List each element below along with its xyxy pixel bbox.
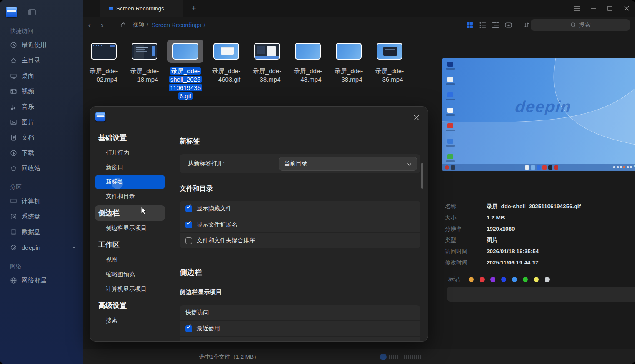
file-thumbnail xyxy=(86,40,122,63)
settings-nav-item[interactable]: 计算机显示项目 xyxy=(95,282,165,296)
sidebar-item-data-disk[interactable]: 数据盘 xyxy=(0,224,83,240)
breadcrumb-current[interactable]: Screen Recordings xyxy=(152,22,201,28)
desktop-icon xyxy=(448,108,453,113)
sidebar-item-clock[interactable]: 最近使用 xyxy=(0,37,83,53)
sidebar-item-label: 回收站 xyxy=(22,165,40,172)
detail-row: 分辨率1920x1080 xyxy=(445,223,631,234)
sidebar-item-computer[interactable]: 计算机 xyxy=(0,194,83,209)
tag-text-input[interactable] xyxy=(447,287,635,302)
file-thumbnail xyxy=(249,40,285,63)
checkbox-label: 显示隐藏文件 xyxy=(197,205,232,212)
sidebar-group-label: 快捷访问 xyxy=(0,20,83,37)
checkbox-label: 文件和文件夹混合排序 xyxy=(197,237,255,244)
checkbox-checked[interactable] xyxy=(185,325,192,332)
sidebar-item-label: 下载 xyxy=(22,149,34,157)
checkbox-unchecked[interactable] xyxy=(185,237,192,244)
file-thumbnail xyxy=(127,40,162,63)
sidebar-toggle-icon[interactable] xyxy=(28,9,36,15)
tab-app-icon xyxy=(109,7,113,10)
system-disk-icon xyxy=(10,213,17,220)
settings-nav-header[interactable]: 基础设置 xyxy=(95,130,165,145)
open-from-dropdown[interactable]: 当前目录 xyxy=(279,157,417,171)
eject-icon[interactable] xyxy=(71,245,77,250)
checkbox-row[interactable]: 文件和文件夹混合排序 xyxy=(180,232,420,248)
sidebar-item-label: 网络邻居 xyxy=(22,277,47,284)
tag-color-dot[interactable] xyxy=(534,277,539,282)
sidebar-item-document[interactable]: 文档 xyxy=(0,130,83,145)
file-item[interactable]: 录屏_dde-···4603.gif xyxy=(207,33,245,100)
sidebar-group-label: 分区 xyxy=(0,176,83,194)
settings-nav-item[interactable]: 缩略图预览 xyxy=(95,267,165,282)
tag-color-dot[interactable] xyxy=(501,277,506,282)
file-thumbnail xyxy=(208,40,244,63)
forward-button[interactable]: › xyxy=(96,21,108,30)
preview-panel: deepin 19:43▪▪▪▪▪ 名称录屏_dde-shell_2025110… xyxy=(428,0,635,349)
file-item-selected[interactable]: 录屏_dde-shell_20251106194356.gif xyxy=(166,33,205,100)
section-title-new-tab: 新标签 xyxy=(180,137,420,146)
settings-nav-header[interactable]: 侧边栏 xyxy=(95,205,165,221)
sidebar-item-disc[interactable]: deepin xyxy=(0,240,83,255)
sidebar-item-label: 桌面 xyxy=(22,72,34,80)
sidebar-item-music[interactable]: 音乐 xyxy=(0,99,83,115)
checkbox-checked[interactable] xyxy=(185,222,192,228)
file-item[interactable]: 录屏_dde-···48.mp4 xyxy=(289,33,327,100)
tag-color-dot[interactable] xyxy=(545,277,550,282)
settings-content: 新标签 从新标签打开: 当前目录 文件和目录 显示隐藏文件显示文件扩展名文件和文… xyxy=(180,128,420,341)
tag-color-dot[interactable] xyxy=(469,277,474,282)
sidebar-item-desktop[interactable]: 桌面 xyxy=(0,68,83,84)
taskbar-icon xyxy=(531,165,535,170)
detail-row: 修改时间2025/11/06 19:44:17 xyxy=(445,257,631,268)
sidebar-item-network[interactable]: 网络邻居 xyxy=(0,273,83,288)
section-subtitle-sidebar-items: 侧边栏显示项目 xyxy=(180,288,420,296)
file-name: 录屏_dde-···48.mp4 xyxy=(294,67,322,84)
checkbox-row[interactable]: 显示文件扩展名 xyxy=(180,217,420,232)
dialog-close-icon[interactable] xyxy=(412,113,420,122)
new-tab-button[interactable]: + xyxy=(188,3,199,14)
sidebar-item-download[interactable]: 下载 xyxy=(0,145,83,161)
check-group-label: 快捷访问 xyxy=(180,305,420,320)
settings-nav-item[interactable]: 打开行为 xyxy=(95,146,165,160)
sidebar-item-system-disk[interactable]: 系统盘 xyxy=(0,209,83,224)
file-item[interactable]: 录屏_dde-···18.mp4 xyxy=(125,33,164,100)
settings-nav-item[interactable]: 新窗口 xyxy=(95,160,165,175)
video-icon xyxy=(10,88,17,95)
settings-nav-header[interactable]: 工作区 xyxy=(95,237,165,252)
settings-nav-item[interactable]: 视图 xyxy=(95,253,165,267)
file-item[interactable]: 录屏_dde-···02.mp4 xyxy=(85,33,123,100)
computer-icon xyxy=(10,198,17,205)
tab-screen-recordings[interactable]: Screen Recordings xyxy=(100,0,183,17)
dialog-scrollbar[interactable] xyxy=(421,163,423,189)
checkbox-checked[interactable] xyxy=(185,205,192,212)
sidebar-item-home[interactable]: 主目录 xyxy=(0,53,83,68)
sidebar-item-trash[interactable]: 回收站 xyxy=(0,161,83,176)
back-button[interactable]: ‹ xyxy=(83,21,96,30)
sidebar-item-label: 文档 xyxy=(22,134,34,142)
sidebar-item-video[interactable]: 视频 xyxy=(0,84,83,99)
settings-nav-item[interactable]: 侧边栏显示项目 xyxy=(95,221,165,235)
sidebar-item-label: 视频 xyxy=(22,87,34,95)
settings-nav-header[interactable]: 高级设置 xyxy=(95,298,165,313)
tag-color-dot[interactable] xyxy=(490,277,495,282)
file-item[interactable]: 录屏_dde-···38.mp4 xyxy=(248,33,286,100)
settings-nav-item[interactable]: 搜索 xyxy=(95,314,165,328)
tag-color-dot[interactable] xyxy=(480,277,485,282)
detail-value: 2025/11/06 19:44:17 xyxy=(487,259,539,266)
icon-size-slider[interactable] xyxy=(380,354,422,360)
sidebar-item-picture[interactable]: 图片 xyxy=(0,115,83,130)
settings-nav-item[interactable]: 文件和目录 xyxy=(95,189,165,204)
checkbox-row[interactable]: 最近使用 xyxy=(180,320,420,336)
chevron-down-icon xyxy=(407,160,412,167)
tag-color-dot[interactable] xyxy=(523,277,528,282)
file-name: 录屏_dde-···36.mp4 xyxy=(375,67,404,84)
file-name: 录屏_dde-···18.mp4 xyxy=(130,67,159,84)
settings-nav-item-selected[interactable]: 新标签 xyxy=(95,175,165,189)
slider-knob[interactable] xyxy=(380,354,387,360)
breadcrumb-parent[interactable]: 视频 xyxy=(132,21,144,29)
checkbox-row[interactable]: 显示隐藏文件 xyxy=(180,201,420,217)
mouse-cursor xyxy=(141,207,148,217)
tag-color-dot[interactable] xyxy=(512,277,517,282)
tab-label: Screen Recordings xyxy=(116,5,164,12)
file-item[interactable]: 录屏_dde-···38.mp4 xyxy=(330,33,368,100)
home-breadcrumb-icon[interactable] xyxy=(120,22,127,28)
file-item[interactable]: 录屏_dde-···36.mp4 xyxy=(370,33,409,100)
